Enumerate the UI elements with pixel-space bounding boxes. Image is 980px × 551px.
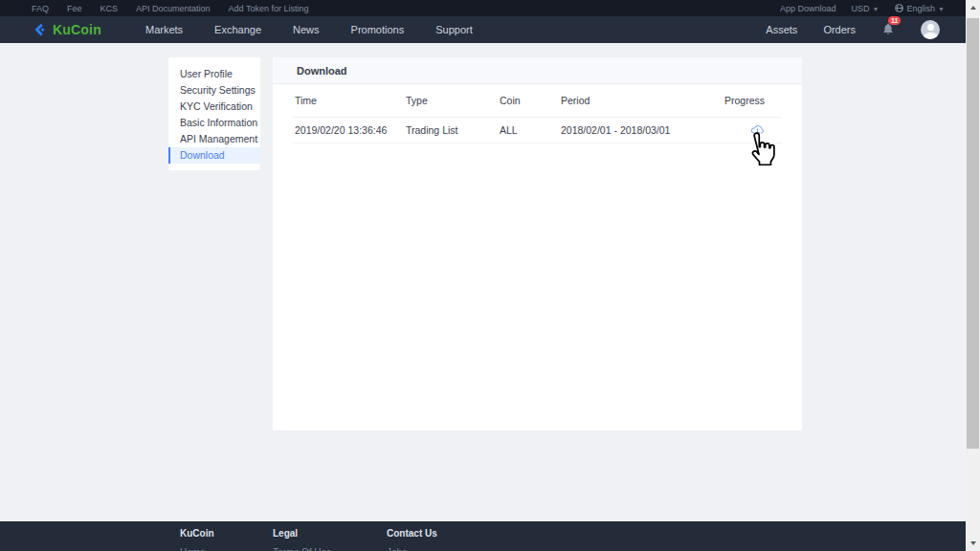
utility-bar: FAQ Fee KCS API Documentation Add Token …	[0, 0, 966, 16]
cell-progress	[719, 123, 782, 138]
footer-link-terms[interactable]: Terms Of Use	[273, 547, 331, 551]
sidebar-item-download[interactable]: Download	[168, 147, 260, 164]
col-header-time: Time	[293, 95, 406, 106]
nav-promotions[interactable]: Promotions	[351, 24, 405, 35]
footer-col-title: Contact Us	[387, 528, 437, 539]
page-footer: KuCoin Home Legal Terms Of Use Contact U…	[0, 521, 966, 551]
scrollbar-up-button[interactable]	[966, 0, 980, 15]
kucoin-logo[interactable]: KuCoin	[32, 22, 101, 38]
cell-time: 2019/02/20 13:36:46	[293, 124, 406, 136]
sidebar-item-api-management[interactable]: API Management	[168, 131, 260, 147]
currency-value: USD	[852, 4, 870, 13]
nav-assets[interactable]: Assets	[766, 24, 797, 35]
footer-col-title: Legal	[273, 528, 331, 539]
sidebar-item-user-profile[interactable]: User Profile	[168, 66, 260, 82]
sidebar-item-basic-information[interactable]: Basic Information	[168, 115, 260, 131]
download-file-button[interactable]	[750, 123, 765, 138]
footer-link-jobs[interactable]: Jobs	[387, 547, 437, 551]
sidebar-item-kyc-verification[interactable]: KYC Verification	[168, 99, 260, 115]
footer-col-title: KuCoin	[180, 528, 214, 539]
scrollbar[interactable]	[966, 0, 980, 551]
col-header-period: Period	[561, 95, 719, 106]
table-row: 2019/02/20 13:36:46 Trading List ALL 201…	[293, 118, 782, 143]
nav-markets[interactable]: Markets	[145, 24, 183, 35]
fee-link[interactable]: Fee	[67, 4, 82, 13]
kucoin-logo-icon	[32, 22, 48, 38]
nav-items: Markets Exchange News Promotions Support	[145, 24, 473, 35]
add-token-link[interactable]: Add Token for Listing	[229, 4, 309, 13]
nav-exchange[interactable]: Exchange	[214, 24, 261, 35]
faq-link[interactable]: FAQ	[32, 4, 49, 13]
utility-right: App Download USD▼ English▼	[780, 4, 945, 13]
currency-dropdown[interactable]: USD▼	[852, 4, 880, 13]
arrow-up-icon	[970, 6, 976, 10]
nav-support[interactable]: Support	[435, 24, 473, 35]
scrollbar-down-button[interactable]	[966, 536, 980, 551]
chevron-down-icon: ▼	[873, 6, 880, 12]
brand-name: KuCoin	[53, 22, 101, 37]
language-value: English	[907, 4, 936, 13]
footer-col-contact: Contact Us Jobs	[387, 528, 437, 551]
user-avatar[interactable]	[921, 20, 940, 39]
notification-badge: 11	[888, 16, 901, 25]
col-header-progress: Progress	[719, 95, 782, 106]
kucoin-download-page: FAQ Fee KCS API Documentation Add Token …	[0, 0, 980, 551]
nav-right: Assets Orders 11	[766, 20, 940, 39]
main-navbar: KuCoin Markets Exchange News Promotions …	[0, 16, 966, 43]
notifications-button[interactable]: 11	[881, 22, 895, 37]
panel-title: Download	[273, 57, 802, 84]
downloads-table: Time Type Coin Period Progress 2019/02/2…	[293, 84, 782, 143]
account-sidebar: User Profile Security Settings KYC Verif…	[168, 57, 260, 170]
cloud-download-icon	[750, 123, 765, 136]
table-header-row: Time Type Coin Period Progress	[293, 84, 782, 118]
footer-col-legal: Legal Terms Of Use	[273, 528, 331, 551]
kcs-link[interactable]: KCS	[100, 4, 119, 13]
footer-link-home[interactable]: Home	[180, 547, 214, 551]
cell-coin: ALL	[500, 124, 561, 136]
globe-icon	[895, 4, 903, 12]
col-header-coin: Coin	[500, 95, 561, 106]
api-documentation-link[interactable]: API Documentation	[136, 4, 211, 13]
chevron-down-icon: ▼	[938, 6, 945, 12]
footer-col-kucoin: KuCoin Home	[180, 528, 214, 551]
utility-links: FAQ Fee KCS API Documentation Add Token …	[32, 4, 308, 13]
scrollbar-thumb[interactable]	[967, 18, 979, 449]
download-panel: Download Time Type Coin Period Progress …	[273, 57, 802, 430]
nav-news[interactable]: News	[293, 24, 320, 35]
arrow-down-icon	[970, 541, 976, 545]
sidebar-item-security-settings[interactable]: Security Settings	[168, 82, 260, 99]
cell-period: 2018/02/01 - 2018/03/01	[561, 124, 719, 136]
nav-orders[interactable]: Orders	[823, 24, 856, 35]
col-header-type: Type	[406, 95, 500, 106]
app-download-link[interactable]: App Download	[780, 4, 836, 13]
cell-type: Trading List	[406, 124, 500, 136]
language-dropdown[interactable]: English▼	[895, 4, 945, 13]
